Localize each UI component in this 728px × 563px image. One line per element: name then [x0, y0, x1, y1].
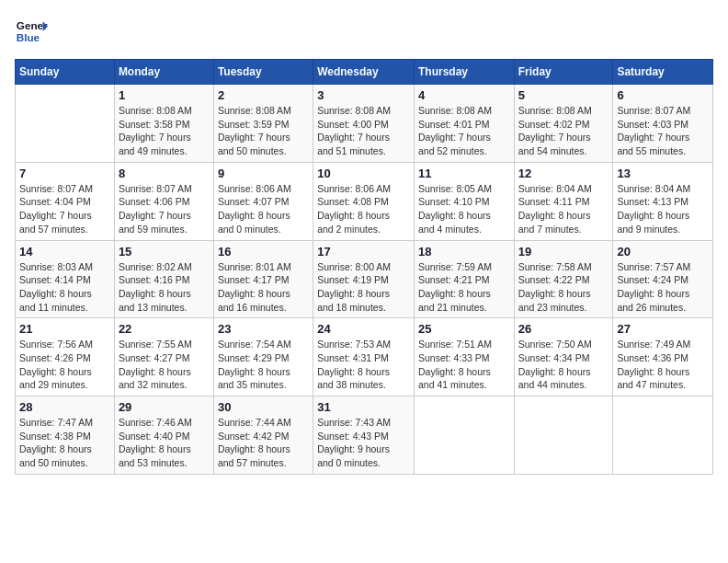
day-number: 16: [218, 245, 309, 259]
day-info: Sunrise: 7:58 AM Sunset: 4:22 PM Dayligh…: [518, 260, 609, 315]
day-number: 6: [617, 88, 709, 102]
day-info: Sunrise: 7:47 AM Sunset: 4:38 PM Dayligh…: [19, 416, 110, 470]
svg-text:Blue: Blue: [17, 31, 40, 43]
day-of-week-header: Wednesday: [313, 60, 415, 85]
day-number: 22: [119, 322, 210, 336]
day-info: Sunrise: 8:04 AM Sunset: 4:13 PM Dayligh…: [617, 182, 709, 236]
calendar-cell: 16Sunrise: 8:01 AM Sunset: 4:17 PM Dayli…: [213, 240, 313, 318]
calendar-cell: 14Sunrise: 8:03 AM Sunset: 4:14 PM Dayli…: [16, 240, 115, 318]
day-number: 18: [418, 245, 510, 259]
calendar-week-row: 7Sunrise: 8:07 AM Sunset: 4:04 PM Daylig…: [16, 162, 713, 240]
day-info: Sunrise: 8:08 AM Sunset: 4:01 PM Dayligh…: [418, 104, 510, 158]
calendar-cell: 27Sunrise: 7:49 AM Sunset: 4:36 PM Dayli…: [613, 318, 713, 396]
day-number: 25: [418, 322, 510, 336]
day-info: Sunrise: 7:44 AM Sunset: 4:42 PM Dayligh…: [218, 416, 309, 470]
day-info: Sunrise: 8:08 AM Sunset: 3:59 PM Dayligh…: [218, 104, 309, 158]
day-info: Sunrise: 8:02 AM Sunset: 4:16 PM Dayligh…: [119, 260, 210, 315]
day-number: 7: [19, 167, 110, 180]
day-number: 5: [518, 88, 609, 102]
calendar-cell: 17Sunrise: 8:00 AM Sunset: 4:19 PM Dayli…: [313, 240, 415, 318]
day-number: 26: [518, 322, 609, 336]
day-info: Sunrise: 7:59 AM Sunset: 4:21 PM Dayligh…: [418, 260, 510, 315]
day-of-week-header: Tuesday: [213, 60, 313, 85]
calendar-cell: 12Sunrise: 8:04 AM Sunset: 4:11 PM Dayli…: [514, 162, 613, 240]
calendar-cell: 11Sunrise: 8:05 AM Sunset: 4:10 PM Dayli…: [414, 162, 514, 240]
day-info: Sunrise: 8:04 AM Sunset: 4:11 PM Dayligh…: [518, 182, 609, 236]
calendar-cell: 18Sunrise: 7:59 AM Sunset: 4:21 PM Dayli…: [414, 240, 514, 318]
calendar-body: 1Sunrise: 8:08 AM Sunset: 3:58 PM Daylig…: [16, 85, 713, 475]
calendar-cell: 19Sunrise: 7:58 AM Sunset: 4:22 PM Dayli…: [514, 240, 613, 318]
calendar-cell: 2Sunrise: 8:08 AM Sunset: 3:59 PM Daylig…: [213, 85, 313, 163]
calendar-cell: [16, 85, 115, 163]
calendar-header-row: SundayMondayTuesdayWednesdayThursdayFrid…: [16, 60, 713, 85]
calendar-cell: 9Sunrise: 8:06 AM Sunset: 4:07 PM Daylig…: [213, 162, 313, 240]
day-number: 1: [119, 88, 210, 102]
calendar-cell: 3Sunrise: 8:08 AM Sunset: 4:00 PM Daylig…: [313, 85, 415, 163]
day-of-week-header: Friday: [514, 60, 613, 85]
day-info: Sunrise: 7:51 AM Sunset: 4:33 PM Dayligh…: [418, 338, 510, 392]
logo: General Blue: [15, 15, 48, 48]
calendar-cell: [414, 396, 514, 475]
day-info: Sunrise: 8:00 AM Sunset: 4:19 PM Dayligh…: [317, 260, 410, 315]
day-info: Sunrise: 8:03 AM Sunset: 4:14 PM Dayligh…: [19, 260, 110, 315]
calendar-cell: 5Sunrise: 8:08 AM Sunset: 4:02 PM Daylig…: [514, 85, 613, 163]
calendar-cell: 30Sunrise: 7:44 AM Sunset: 4:42 PM Dayli…: [213, 396, 313, 475]
day-number: 17: [317, 245, 410, 259]
day-number: 4: [418, 88, 510, 102]
day-number: 20: [617, 245, 709, 259]
day-info: Sunrise: 7:49 AM Sunset: 4:36 PM Dayligh…: [617, 338, 709, 392]
day-info: Sunrise: 8:05 AM Sunset: 4:10 PM Dayligh…: [418, 182, 510, 236]
day-number: 31: [317, 400, 410, 414]
calendar-week-row: 14Sunrise: 8:03 AM Sunset: 4:14 PM Dayli…: [16, 240, 713, 318]
day-info: Sunrise: 8:07 AM Sunset: 4:04 PM Dayligh…: [19, 182, 110, 236]
day-number: 15: [119, 245, 210, 259]
day-info: Sunrise: 7:53 AM Sunset: 4:31 PM Dayligh…: [317, 338, 410, 392]
day-number: 12: [518, 167, 609, 180]
day-number: 9: [218, 167, 309, 180]
calendar-cell: 1Sunrise: 8:08 AM Sunset: 3:58 PM Daylig…: [114, 85, 213, 163]
day-number: 10: [317, 167, 410, 180]
calendar-cell: 15Sunrise: 8:02 AM Sunset: 4:16 PM Dayli…: [114, 240, 213, 318]
day-number: 23: [218, 322, 309, 336]
day-number: 19: [518, 245, 609, 259]
day-of-week-header: Monday: [114, 60, 213, 85]
day-info: Sunrise: 7:57 AM Sunset: 4:24 PM Dayligh…: [617, 260, 709, 315]
calendar-week-row: 1Sunrise: 8:08 AM Sunset: 3:58 PM Daylig…: [16, 85, 713, 163]
day-number: 30: [218, 400, 309, 414]
day-number: 13: [617, 167, 709, 180]
day-number: 2: [218, 88, 309, 102]
day-info: Sunrise: 8:08 AM Sunset: 4:00 PM Dayligh…: [317, 104, 410, 158]
calendar-cell: [613, 396, 713, 475]
calendar-cell: 21Sunrise: 7:56 AM Sunset: 4:26 PM Dayli…: [16, 318, 115, 396]
calendar-cell: 6Sunrise: 8:07 AM Sunset: 4:03 PM Daylig…: [613, 85, 713, 163]
calendar-cell: 31Sunrise: 7:43 AM Sunset: 4:43 PM Dayli…: [313, 396, 415, 475]
day-info: Sunrise: 8:07 AM Sunset: 4:03 PM Dayligh…: [617, 104, 709, 158]
day-number: 3: [317, 88, 410, 102]
day-info: Sunrise: 8:07 AM Sunset: 4:06 PM Dayligh…: [119, 182, 210, 236]
day-info: Sunrise: 8:06 AM Sunset: 4:08 PM Dayligh…: [317, 182, 410, 236]
calendar-cell: 28Sunrise: 7:47 AM Sunset: 4:38 PM Dayli…: [16, 396, 115, 475]
calendar-cell: 26Sunrise: 7:50 AM Sunset: 4:34 PM Dayli…: [514, 318, 613, 396]
calendar-cell: 22Sunrise: 7:55 AM Sunset: 4:27 PM Dayli…: [114, 318, 213, 396]
calendar-cell: 4Sunrise: 8:08 AM Sunset: 4:01 PM Daylig…: [414, 85, 514, 163]
calendar-cell: [514, 396, 613, 475]
day-info: Sunrise: 8:08 AM Sunset: 4:02 PM Dayligh…: [518, 104, 609, 158]
calendar-cell: 13Sunrise: 8:04 AM Sunset: 4:13 PM Dayli…: [613, 162, 713, 240]
calendar-cell: 24Sunrise: 7:53 AM Sunset: 4:31 PM Dayli…: [313, 318, 415, 396]
calendar-cell: 7Sunrise: 8:07 AM Sunset: 4:04 PM Daylig…: [16, 162, 115, 240]
calendar-table: SundayMondayTuesdayWednesdayThursdayFrid…: [15, 59, 713, 475]
calendar-week-row: 28Sunrise: 7:47 AM Sunset: 4:38 PM Dayli…: [16, 396, 713, 475]
day-number: 21: [19, 322, 110, 336]
day-number: 8: [119, 167, 210, 180]
calendar-cell: 10Sunrise: 8:06 AM Sunset: 4:08 PM Dayli…: [313, 162, 415, 240]
calendar-week-row: 21Sunrise: 7:56 AM Sunset: 4:26 PM Dayli…: [16, 318, 713, 396]
day-of-week-header: Sunday: [16, 60, 115, 85]
calendar-cell: 8Sunrise: 8:07 AM Sunset: 4:06 PM Daylig…: [114, 162, 213, 240]
day-info: Sunrise: 7:54 AM Sunset: 4:29 PM Dayligh…: [218, 338, 309, 392]
day-info: Sunrise: 7:50 AM Sunset: 4:34 PM Dayligh…: [518, 338, 609, 392]
logo-icon: General Blue: [15, 15, 48, 48]
day-info: Sunrise: 7:56 AM Sunset: 4:26 PM Dayligh…: [19, 338, 110, 392]
calendar-cell: 29Sunrise: 7:46 AM Sunset: 4:40 PM Dayli…: [114, 396, 213, 475]
page-header: General Blue: [15, 15, 713, 48]
day-number: 14: [19, 245, 110, 259]
